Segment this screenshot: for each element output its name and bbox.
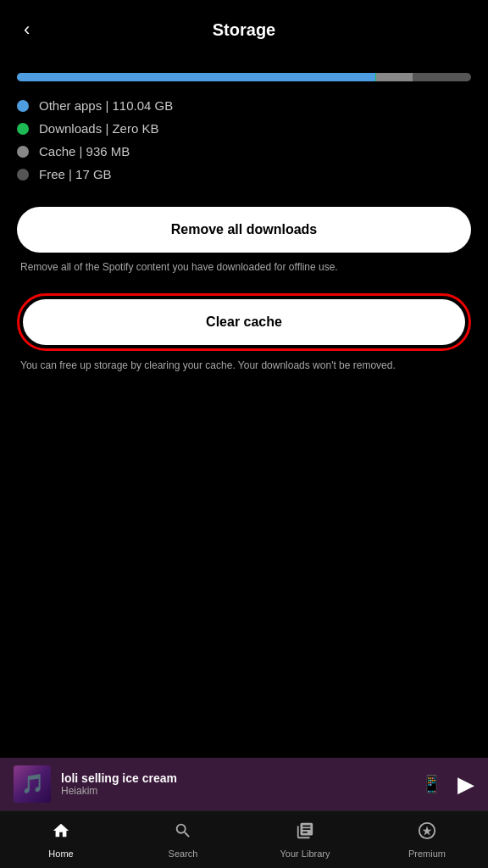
storage-section: Other apps | 110.04 GB Downloads | Zero …	[0, 59, 488, 181]
bottom-nav: Home Search Your Library Premium	[0, 810, 488, 868]
nav-item-premium[interactable]: Premium	[366, 821, 488, 859]
remove-downloads-button[interactable]: Remove all downloads	[17, 207, 471, 253]
clear-cache-highlight: Clear cache	[17, 293, 471, 351]
nav-label-premium: Premium	[408, 849, 446, 859]
album-art-image: 🎵	[14, 765, 51, 803]
remove-downloads-desc: Remove all of the Spotify content you ha…	[17, 261, 471, 273]
track-info: loli selling ice cream Heiakim	[61, 771, 411, 797]
legend-dot-downloads	[17, 123, 29, 135]
storage-bar-other-apps	[17, 73, 375, 81]
play-button[interactable]: ▶	[458, 771, 474, 798]
legend-item-downloads: Downloads | Zero KB	[17, 121, 471, 136]
legend-dot-other	[17, 100, 29, 112]
legend-item-free: Free | 17 GB	[17, 167, 471, 181]
device-connect-icon[interactable]: 📱	[421, 774, 442, 794]
top-bar: ‹ Storage	[0, 0, 488, 59]
legend-dot-cache	[17, 146, 29, 158]
nav-label-library: Your Library	[280, 849, 330, 859]
legend-label-other: Other apps | 110.04 GB	[39, 98, 173, 113]
storage-bar-cache	[376, 73, 413, 81]
nav-item-search[interactable]: Search	[122, 821, 244, 859]
back-button[interactable]: ‹	[17, 12, 36, 47]
search-icon	[174, 821, 192, 845]
storage-bar	[17, 73, 471, 81]
clear-cache-desc: You can free up storage by clearing your…	[17, 359, 471, 371]
premium-icon	[418, 821, 436, 845]
mini-player[interactable]: 🎵 loli selling ice cream Heiakim 📱 ▶	[0, 758, 488, 810]
library-icon	[296, 821, 314, 845]
legend-label-cache: Cache | 936 MB	[39, 144, 130, 159]
home-icon	[52, 821, 70, 845]
nav-label-home: Home	[48, 849, 73, 859]
nav-item-library[interactable]: Your Library	[244, 821, 366, 859]
nav-label-search: Search	[169, 849, 198, 859]
legend-item-cache: Cache | 936 MB	[17, 144, 471, 159]
nav-item-home[interactable]: Home	[0, 821, 122, 859]
legend-label-downloads: Downloads | Zero KB	[39, 121, 158, 136]
track-name: loli selling ice cream	[61, 771, 411, 785]
page-title: Storage	[213, 20, 275, 40]
player-controls: 📱 ▶	[421, 771, 474, 798]
buttons-section: Remove all downloads Remove all of the S…	[0, 207, 488, 371]
legend-label-free: Free | 17 GB	[39, 167, 112, 181]
storage-legend: Other apps | 110.04 GB Downloads | Zero …	[17, 98, 471, 181]
legend-dot-free	[17, 169, 29, 181]
track-artist: Heiakim	[61, 785, 411, 797]
clear-cache-button[interactable]: Clear cache	[23, 299, 465, 345]
album-art: 🎵	[14, 765, 51, 803]
legend-item-other: Other apps | 110.04 GB	[17, 98, 471, 113]
